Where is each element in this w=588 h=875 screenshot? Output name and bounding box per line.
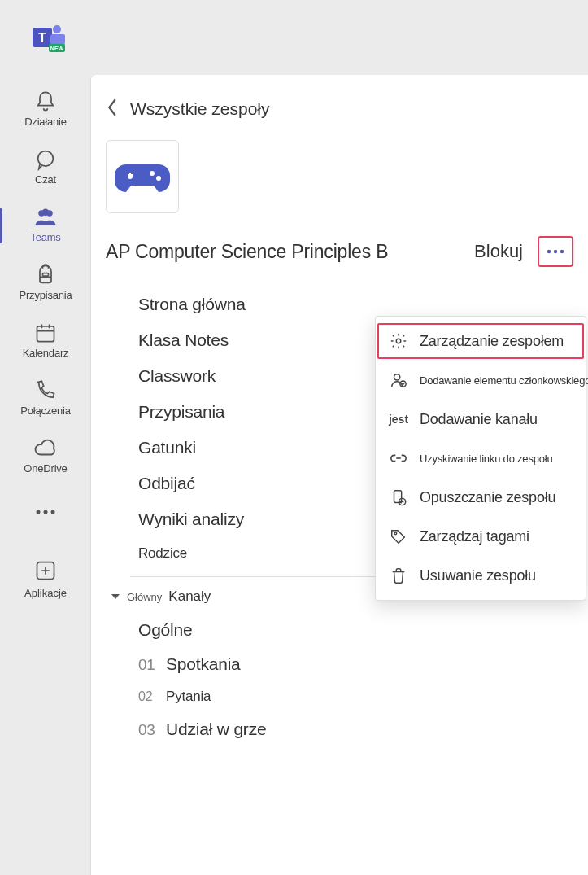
leave-icon: [389, 488, 408, 507]
svg-text:T: T: [38, 31, 46, 45]
ctx-manage-team[interactable]: Zarządzanie zespołem: [376, 322, 586, 361]
channels-list: Ogólne 01Spotkania 02Pytania 03Udział w …: [101, 613, 588, 746]
svg-rect-10: [37, 326, 54, 342]
rail-item-teams[interactable]: Teams: [0, 197, 91, 255]
rail-item-activity[interactable]: Działanie: [0, 81, 91, 139]
svg-point-28: [394, 532, 397, 535]
channel-number: 03: [138, 721, 161, 739]
rail-apps-label: Aplikacje: [24, 587, 67, 599]
gear-icon: [389, 331, 408, 351]
svg-rect-17: [129, 173, 131, 177]
rail-item-calls[interactable]: Połączenia: [0, 370, 91, 428]
rail-label: OneDrive: [24, 462, 67, 475]
channel-text-icon: jest: [389, 409, 408, 429]
ctx-label: Zarządzanie zespołem: [420, 333, 564, 350]
people-icon: [33, 205, 58, 230]
trash-icon: [389, 566, 408, 585]
ctx-add-channel[interactable]: jest Dodawanie kanału: [376, 400, 586, 439]
app-rail: Działanie Czat Teams: [0, 75, 91, 875]
tag-icon: [389, 527, 408, 546]
chevron-left-icon: [106, 98, 119, 120]
rail-label: Działanie: [24, 116, 67, 128]
channel-item[interactable]: 01Spotkania: [101, 647, 588, 681]
ctx-label: Usuwanie zespołu: [420, 567, 536, 584]
cloud-icon: [33, 436, 58, 461]
svg-point-13: [51, 510, 55, 514]
content-panel: Wszystkie zespoły AP Computer Science Pr…: [91, 75, 588, 875]
svg-point-11: [37, 510, 41, 514]
svg-point-5: [38, 151, 54, 167]
ctx-label: Opuszczanie zespołu: [420, 489, 555, 506]
ctx-delete-team[interactable]: Usuwanie zespołu: [376, 556, 586, 595]
channel-item[interactable]: 02Pytania: [101, 681, 588, 712]
rail-more-button[interactable]: [0, 486, 91, 536]
team-avatar: [106, 140, 179, 213]
ctx-leave-team[interactable]: Opuszczanie zespołu: [376, 478, 586, 517]
rail-item-chat[interactable]: Czat: [0, 139, 91, 197]
svg-point-8: [42, 208, 50, 216]
channel-label: Ogólne: [138, 620, 193, 639]
svg-rect-9: [43, 273, 49, 277]
rail-label: Czat: [35, 173, 56, 186]
rail-apps-button[interactable]: Aplikacje: [0, 536, 91, 610]
svg-point-12: [44, 510, 48, 514]
backpack-icon: [33, 263, 58, 287]
ctx-label: Uzyskiwanie linku do zespołu: [420, 453, 552, 465]
chat-icon: [33, 147, 58, 172]
add-person-icon: [389, 370, 408, 390]
svg-text:NEW: NEW: [50, 46, 64, 51]
rail-item-onedrive[interactable]: OneDrive: [0, 428, 91, 486]
ctx-add-member[interactable]: Dodawanie elementu członkowskiego: [376, 361, 586, 400]
top-brand-bar: T NEW: [0, 0, 588, 75]
channels-label-big: Kanały: [168, 588, 211, 605]
rail-item-calendar[interactable]: Kalendarz: [0, 313, 91, 370]
phone-icon: [33, 378, 58, 403]
svg-point-2: [53, 25, 61, 33]
bell-icon: [33, 90, 58, 114]
rail-label: Kalendarz: [23, 347, 69, 359]
teams-logo-icon: T NEW: [31, 20, 67, 55]
channel-label: Spotkania: [166, 654, 241, 673]
svg-point-22: [560, 250, 564, 253]
team-name: AP Computer Science Principles B: [106, 241, 460, 263]
svg-point-20: [547, 250, 551, 253]
channel-label: Pytania: [166, 689, 211, 704]
svg-point-19: [156, 176, 161, 181]
breadcrumb-all-teams[interactable]: Wszystkie zespoły: [101, 94, 588, 135]
svg-point-21: [554, 250, 557, 253]
ctx-manage-tags[interactable]: Zarządzaj tagami: [376, 517, 586, 556]
caret-down-icon: [111, 589, 120, 604]
svg-point-24: [394, 374, 400, 380]
svg-point-23: [396, 339, 401, 343]
ctx-label: Dodawanie kanału: [420, 411, 538, 428]
team-header: AP Computer Science Principles B Blokuj: [101, 236, 588, 287]
channel-item[interactable]: Ogólne: [101, 613, 588, 647]
link-icon: [389, 448, 408, 468]
main-layout: Działanie Czat Teams: [0, 75, 588, 875]
apps-icon: [34, 559, 57, 585]
team-more-button[interactable]: [538, 236, 573, 267]
rail-label: Teams: [30, 231, 60, 243]
ctx-get-link[interactable]: Uzyskiwanie linku do zespołu: [376, 439, 586, 478]
team-context-menu: Zarządzanie zespołem Dodawanie elementu …: [375, 316, 586, 601]
rail-label: Połączenia: [20, 405, 71, 417]
channel-number: 02: [138, 689, 161, 704]
rail-label: Przypisania: [20, 289, 72, 301]
ellipsis-icon: [546, 249, 565, 254]
calendar-icon: [33, 321, 58, 345]
channel-number: 01: [138, 656, 161, 674]
ellipsis-icon: [35, 504, 56, 518]
channel-label: Udział w grze: [166, 720, 266, 738]
ctx-label: Zarządzaj tagami: [420, 528, 529, 545]
channel-item[interactable]: 03Udział w grze: [101, 712, 588, 746]
breadcrumb-label: Wszystkie zespoły: [130, 99, 270, 119]
channels-label-small: Główny: [127, 591, 162, 603]
lock-label[interactable]: Blokuj: [474, 241, 523, 262]
rail-item-assignments[interactable]: Przypisania: [0, 255, 91, 313]
svg-point-18: [150, 171, 155, 176]
ctx-label: Dodawanie elementu członkowskiego: [420, 374, 588, 387]
